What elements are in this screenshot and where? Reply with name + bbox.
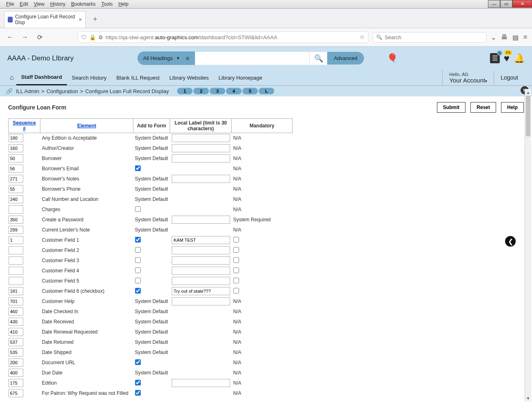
balloon-icon[interactable]: 🎈 xyxy=(387,53,398,64)
notifications-icon[interactable]: 🔔 xyxy=(514,53,525,64)
nav-library-homepage[interactable]: Library Homepage xyxy=(214,71,267,85)
reload-button[interactable]: ⟳ xyxy=(34,32,45,42)
breadcrumb-item[interactable]: Configuration xyxy=(47,88,78,94)
local-label-input[interactable] xyxy=(172,134,230,142)
nav-library-websites[interactable]: Library Websites xyxy=(164,71,214,85)
print-icon[interactable]: 🖶 xyxy=(501,33,508,41)
add-to-form-checkbox[interactable] xyxy=(135,165,141,171)
list-icon[interactable]: ☰9 xyxy=(490,53,500,63)
back-button[interactable]: ← xyxy=(5,32,16,42)
sequence-input[interactable] xyxy=(9,154,23,163)
page-pill-2[interactable]: 2 xyxy=(193,88,209,94)
home-icon[interactable]: ⌂ xyxy=(7,71,16,85)
bookmark-star-icon[interactable]: ☆ xyxy=(359,33,365,41)
sequence-input[interactable] xyxy=(9,318,23,326)
headings-dropdown[interactable]: All Headings ▼ ≡ xyxy=(137,51,195,65)
new-tab-button[interactable]: + xyxy=(90,13,101,25)
nav-search-history[interactable]: Search History xyxy=(67,71,111,85)
nav-staff-dashboard[interactable]: Staff Dashboard xyxy=(16,70,67,85)
scroll-down-icon[interactable]: ▼ xyxy=(525,395,531,401)
sequence-input[interactable] xyxy=(9,256,23,265)
search-button[interactable]: 🔍 xyxy=(309,52,327,65)
page-pill-3[interactable]: 3 xyxy=(210,88,225,94)
side-panel-toggle[interactable]: ❮ xyxy=(505,236,516,247)
menu-bookmarks[interactable]: Bookmarks xyxy=(68,0,98,8)
menu-tools[interactable]: Tools xyxy=(98,0,115,8)
sequence-input[interactable] xyxy=(9,307,23,316)
local-label-input[interactable] xyxy=(172,236,230,244)
logout-link[interactable]: Logout xyxy=(494,74,525,81)
sequence-input[interactable] xyxy=(9,216,23,224)
sequence-input[interactable] xyxy=(9,195,23,203)
local-label-input[interactable] xyxy=(172,246,230,254)
maximize-button[interactable]: ▭ xyxy=(500,0,512,8)
local-label-input[interactable] xyxy=(172,256,230,265)
browser-search-box[interactable]: 🔍 xyxy=(372,32,487,42)
menu-help[interactable]: Help xyxy=(115,0,131,8)
mandatory-checkbox[interactable] xyxy=(233,267,239,273)
browser-search-input[interactable] xyxy=(385,34,483,40)
add-to-form-checkbox[interactable] xyxy=(135,278,141,283)
sequence-input[interactable] xyxy=(9,226,23,234)
sequence-input[interactable] xyxy=(9,175,23,183)
page-pill-L[interactable]: L xyxy=(259,88,274,94)
browser-tab[interactable]: Configure Loan Full Record Disp × xyxy=(4,11,86,28)
mandatory-checkbox[interactable] xyxy=(233,288,239,294)
add-to-form-checkbox[interactable] xyxy=(135,247,141,253)
app-menu-icon[interactable]: ≡ xyxy=(523,33,527,41)
pocket-icon[interactable]: ⌄ xyxy=(491,33,496,41)
sequence-input[interactable] xyxy=(9,358,23,367)
col-element[interactable]: Element xyxy=(40,119,133,133)
forward-button[interactable]: → xyxy=(20,32,30,42)
sequence-input[interactable] xyxy=(9,369,23,377)
add-to-form-checkbox[interactable] xyxy=(135,390,141,396)
favorites-icon[interactable]: ♥F9 xyxy=(504,53,510,64)
database-icon[interactable]: ≡ xyxy=(186,55,189,62)
your-account-link[interactable]: Your Account▾ xyxy=(449,77,487,84)
mandatory-checkbox[interactable] xyxy=(233,257,239,263)
add-to-form-checkbox[interactable] xyxy=(135,380,141,385)
scroll-up-icon[interactable]: ▲ xyxy=(525,89,531,96)
mandatory-checkbox[interactable] xyxy=(233,237,239,243)
sequence-input[interactable] xyxy=(9,379,23,387)
sequence-input[interactable] xyxy=(9,338,23,346)
shield-icon[interactable]: 🛡 xyxy=(81,34,87,40)
local-label-input[interactable] xyxy=(172,267,230,275)
local-label-input[interactable] xyxy=(172,297,230,305)
vertical-scrollbar[interactable]: ▲ ▼ xyxy=(525,89,531,401)
page-pill-4[interactable]: 4 xyxy=(226,88,242,94)
local-label-input[interactable] xyxy=(172,144,230,152)
local-label-input[interactable] xyxy=(172,154,230,163)
local-label-input[interactable] xyxy=(172,175,230,183)
scroll-thumb[interactable] xyxy=(526,96,530,136)
sequence-input[interactable] xyxy=(9,205,23,214)
address-bar[interactable]: 🛡 🔒 ⚙ https://qa-stwi-agent.auto-graphic… xyxy=(78,31,368,43)
extension-icon[interactable]: ▤ xyxy=(512,33,519,41)
nav-blank-ill-request[interactable]: Blank ILL Request xyxy=(111,71,164,85)
lock-icon[interactable]: 🔒 xyxy=(89,34,96,40)
local-label-input[interactable] xyxy=(172,216,230,224)
menu-edit[interactable]: Edit xyxy=(17,0,31,8)
sequence-input[interactable] xyxy=(9,134,23,142)
page-pill-5[interactable]: 5 xyxy=(242,88,258,94)
local-label-input[interactable] xyxy=(172,277,230,285)
add-to-form-checkbox[interactable] xyxy=(135,359,141,365)
submit-button[interactable]: Submit xyxy=(437,102,466,113)
sequence-input[interactable] xyxy=(9,185,23,193)
add-to-form-checkbox[interactable] xyxy=(135,206,141,212)
permissions-icon[interactable]: ⚙ xyxy=(98,34,103,40)
sequence-input[interactable] xyxy=(9,328,23,336)
sequence-input[interactable] xyxy=(9,144,23,152)
advanced-search-button[interactable]: Advanced xyxy=(327,52,364,65)
minimize-button[interactable]: — xyxy=(488,0,500,8)
sequence-input[interactable] xyxy=(9,165,23,173)
sequence-input[interactable] xyxy=(9,246,23,254)
add-to-form-checkbox[interactable] xyxy=(135,267,141,273)
page-pill-1[interactable]: 1 xyxy=(177,88,193,94)
add-to-form-checkbox[interactable] xyxy=(135,237,141,243)
mandatory-checkbox[interactable] xyxy=(233,247,239,253)
menu-file[interactable]: File xyxy=(3,0,17,8)
sequence-input[interactable] xyxy=(9,267,23,275)
catalog-search-input[interactable] xyxy=(195,52,309,65)
sequence-input[interactable] xyxy=(9,297,23,305)
